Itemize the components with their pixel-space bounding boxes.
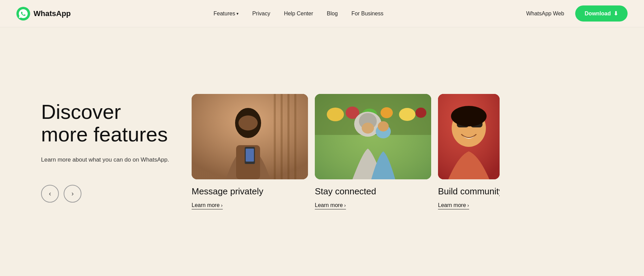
whatsapp-logo-icon [16,7,30,20]
nav-helpcenter-label: Help Center [284,11,313,16]
card-image-message-privately [192,94,308,179]
card-photo-3 [438,94,500,179]
whatsapp-web-link[interactable]: WhatsApp Web [526,11,564,17]
brand-name: WhatsApp [34,9,71,18]
cards-container: Message privately Learn more › [192,94,617,209]
arrow-right-icon-3: › [467,203,469,208]
download-button[interactable]: Download ⬇ [575,5,628,22]
download-label: Download [585,11,611,17]
card-title-stay-connected: Stay connected [315,186,431,197]
svg-point-15 [327,108,344,121]
feature-card-message-privately: Message privately Learn more › [192,94,308,209]
navbar: WhatsApp Features ▾ Privacy Help Center … [0,0,644,27]
card-learnmore-label-3: Learn more [438,202,466,208]
hero-subtitle: Learn more about what you can do on What… [41,155,171,164]
nav-features-label: Features [214,11,235,17]
card-learnmore-stay-connected[interactable]: Learn more › [315,202,346,209]
svg-rect-6 [294,94,296,179]
card-photo-3-svg [438,94,500,179]
brand-logo-link[interactable]: WhatsApp [16,7,71,20]
nav-privacy-link[interactable]: Privacy [252,11,270,16]
svg-point-19 [399,108,415,121]
card-photo-2 [315,94,431,179]
svg-point-26 [378,121,389,132]
svg-rect-4 [281,94,283,179]
svg-point-18 [381,107,393,118]
svg-point-20 [415,108,426,118]
svg-point-24 [362,123,374,134]
main-section: Discover more features Learn more about … [0,27,644,276]
carousel-controls: ‹ › [41,185,171,203]
feature-card-stay-connected: Stay connected Learn more › [315,94,431,209]
svg-rect-11 [246,149,254,162]
nav-links: Features ▾ Privacy Help Center Blog For … [214,11,383,17]
nav-privacy-label: Privacy [252,11,270,16]
card-learnmore-message-privately[interactable]: Learn more › [192,202,223,209]
nav-forbusiness-label: For Business [351,11,383,16]
nav-blog-link[interactable]: Blog [327,11,338,16]
chevron-right-icon: › [72,190,74,197]
whatsapp-web-label: WhatsApp Web [526,11,564,16]
card-image-build-community [438,94,500,179]
svg-point-33 [451,106,487,126]
card-title-build-community: Build community [438,186,500,197]
card-title-message-privately: Message privately [192,186,308,197]
nav-features-link[interactable]: Features ▾ [214,11,239,17]
card-learnmore-label-2: Learn more [315,202,343,208]
carousel-next-button[interactable]: › [64,185,81,203]
nav-blog-label: Blog [327,11,338,16]
card-image-stay-connected [315,94,431,179]
chevron-down-icon: ▾ [236,11,239,16]
nav-helpcenter-link[interactable]: Help Center [284,11,313,16]
card-photo-1 [192,94,308,179]
carousel-prev-button[interactable]: ‹ [41,185,59,203]
card-learnmore-build-community[interactable]: Learn more › [438,202,469,209]
svg-rect-3 [274,94,276,179]
navbar-right: WhatsApp Web Download ⬇ [526,5,628,22]
arrow-right-icon-2: › [344,203,346,208]
nav-forbusiness-link[interactable]: For Business [351,11,383,16]
feature-card-build-community: Build community Learn more › [438,94,500,209]
svg-rect-5 [287,94,289,179]
card-learnmore-label-1: Learn more [192,202,220,208]
arrow-right-icon-1: › [221,203,223,208]
hero-text: Discover more features Learn more about … [41,101,171,203]
hero-title: Discover more features [41,101,171,146]
svg-point-8 [239,115,258,130]
download-icon: ⬇ [614,10,618,17]
chevron-left-icon: ‹ [49,190,51,197]
